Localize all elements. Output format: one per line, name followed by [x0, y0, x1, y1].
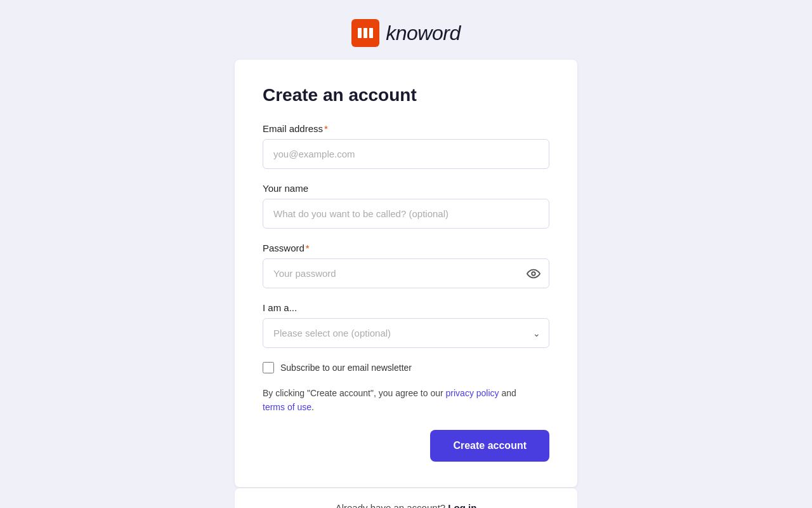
footer-card: Already have an account? Log in	[235, 488, 577, 508]
logo-icon	[351, 19, 379, 47]
toggle-password-button[interactable]	[527, 267, 540, 281]
login-link[interactable]: Log in	[448, 502, 476, 508]
name-label: Your name	[263, 183, 549, 194]
password-input[interactable]	[263, 258, 549, 288]
svg-rect-2	[369, 28, 373, 38]
eye-icon	[527, 267, 540, 281]
logo-text: knoword	[386, 22, 460, 45]
svg-point-3	[532, 272, 535, 276]
email-required-star: *	[324, 123, 328, 134]
page-title: Create an account	[263, 85, 549, 105]
newsletter-group: Subscribe to our email newsletter	[263, 362, 549, 373]
password-required-star: *	[306, 243, 310, 253]
role-select[interactable]: Please select one (optional) Student Tea…	[263, 318, 549, 348]
password-group: Password*	[263, 243, 549, 288]
already-text: Already have an account?	[336, 502, 445, 508]
role-label: I am a...	[263, 302, 549, 313]
password-wrapper	[263, 258, 549, 288]
signup-card: Create an account Email address* Your na…	[235, 60, 577, 487]
email-group: Email address*	[263, 123, 549, 169]
svg-rect-0	[358, 28, 362, 38]
header: knoword	[351, 0, 460, 60]
role-group: I am a... Please select one (optional) S…	[263, 302, 549, 348]
legal-text: By clicking "Create account", you agree …	[263, 386, 549, 415]
email-label: Email address*	[263, 123, 549, 134]
newsletter-checkbox[interactable]	[263, 362, 274, 373]
role-select-wrapper: Please select one (optional) Student Tea…	[263, 318, 549, 348]
name-input[interactable]	[263, 199, 549, 229]
terms-of-use-link[interactable]: terms of use	[263, 402, 311, 412]
name-group: Your name	[263, 183, 549, 229]
password-label: Password*	[263, 243, 549, 253]
newsletter-label[interactable]: Subscribe to our email newsletter	[280, 363, 412, 373]
create-account-button[interactable]: Create account	[430, 430, 549, 462]
email-input[interactable]	[263, 139, 549, 169]
privacy-policy-link[interactable]: privacy policy	[446, 388, 499, 398]
svg-rect-1	[363, 28, 367, 38]
